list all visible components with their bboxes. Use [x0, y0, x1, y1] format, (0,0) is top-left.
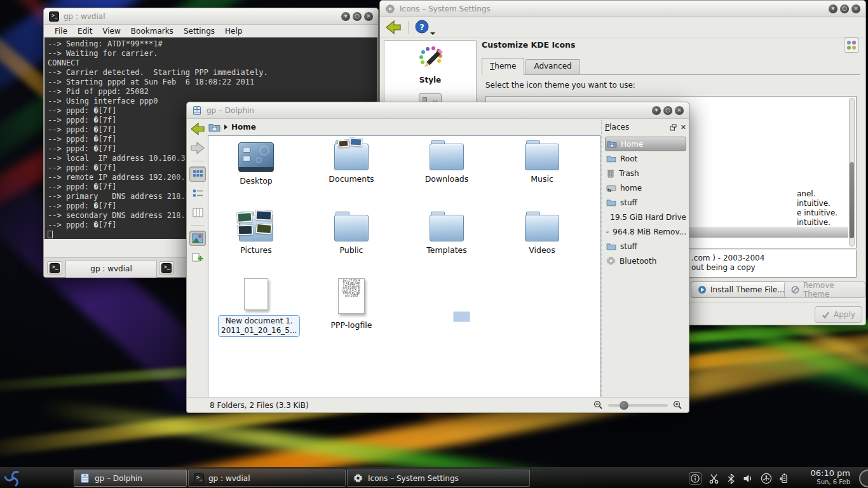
folder-item-public[interactable]: Public — [313, 212, 390, 255]
places-item-hard-drive[interactable]: 19.5 GiB Hard Drive — [605, 210, 686, 224]
zoom-out-icon[interactable] — [593, 400, 603, 410]
places-header: Places — [605, 123, 666, 132]
file-item-new-document[interactable]: New document 1. 2011_01_20_16_5... — [218, 276, 294, 337]
folder-item-downloads[interactable]: Downloads — [409, 141, 485, 184]
task-system-settings[interactable]: Icons – System Settings — [347, 470, 530, 487]
terminal-titlebar[interactable]: >_ gp : wvdial ▾ ○ × — [44, 8, 378, 25]
panel-cashew-icon[interactable] — [859, 470, 868, 487]
preview-icon — [192, 233, 203, 243]
tab-advanced[interactable]: Advanced — [526, 59, 580, 75]
gear-icon — [353, 473, 363, 484]
details-view-button[interactable] — [189, 186, 206, 201]
icons-view-button[interactable] — [189, 166, 206, 182]
places-item-removable[interactable]: 964.8 MiB Remov... — [605, 224, 686, 239]
split-view-button[interactable] — [189, 250, 206, 265]
places-item-trash[interactable]: Trash — [605, 166, 686, 180]
float-panel-icon[interactable] — [670, 124, 677, 131]
info-tray-button[interactable] — [689, 472, 702, 485]
menu-bookmarks[interactable]: Bookmarks — [126, 26, 178, 36]
folder-icon-templates — [430, 215, 464, 241]
close-icon[interactable]: × — [851, 4, 860, 13]
folder-icon — [606, 198, 616, 207]
folder-item-desktop[interactable]: Desktop — [218, 141, 294, 186]
system-settings-titlebar[interactable]: Icons – System Settings ▾ ○ × — [380, 1, 865, 17]
info-icon — [690, 473, 700, 484]
close-icon[interactable]: × — [364, 12, 373, 21]
zoom-slider-handle[interactable] — [620, 401, 628, 410]
places-item-bluetooth[interactable]: Bluetooth — [605, 254, 686, 268]
folder-item-documents[interactable]: Documents — [313, 141, 390, 184]
bluetooth-gear-icon — [606, 256, 616, 266]
task-wvdial[interactable]: >_ gp : wvdial — [188, 470, 346, 487]
menu-view[interactable]: View — [98, 26, 125, 36]
maximize-icon[interactable]: ○ — [663, 106, 672, 115]
terminal-cursor — [48, 231, 53, 238]
folder-icon-public — [334, 215, 369, 241]
forward-button[interactable] — [189, 140, 206, 156]
sidebar-item-style[interactable]: Style — [384, 41, 476, 85]
breadcrumb-home[interactable]: Home — [231, 123, 256, 132]
places-item-stuff-2[interactable]: stuff — [605, 239, 686, 254]
minimize-icon[interactable]: ▾ — [341, 12, 350, 21]
places-item-home[interactable]: Home — [605, 137, 686, 151]
clipboard-scissors-icon[interactable] — [709, 473, 719, 484]
clock[interactable]: 06:10 pm Sun, 6 Feb — [810, 469, 850, 487]
style-icon — [416, 46, 444, 71]
task-dolphin[interactable]: gp – Dolphin — [74, 470, 187, 487]
maximize-icon[interactable]: ○ — [840, 4, 849, 13]
terminal-icon: >_ — [49, 11, 59, 22]
remove-theme-button[interactable]: Remove Theme — [784, 281, 865, 298]
minimize-icon[interactable]: ▾ — [652, 106, 661, 115]
folder-item-videos[interactable]: Videos — [504, 212, 580, 255]
apply-button[interactable]: Apply — [815, 306, 862, 323]
close-icon[interactable]: × — [675, 106, 684, 115]
volume-icon[interactable] — [743, 473, 754, 484]
menu-file[interactable]: File — [50, 26, 72, 36]
file-item-ppp-logfile[interactable]: Jan 17 09:4 7:18 gp-Asp ire-5738 pp pd[1… — [313, 276, 390, 330]
new-tab-button[interactable]: >_ — [47, 261, 62, 274]
places-panel: Places ✕ Home Root — [601, 120, 688, 396]
zoom-in-icon[interactable] — [673, 400, 682, 410]
module-overview-icon[interactable] — [844, 37, 859, 53]
menu-help[interactable]: Help — [220, 26, 247, 36]
folder-icon — [606, 154, 616, 163]
close-panel-icon[interactable]: ✕ — [681, 123, 686, 132]
zoom-slider[interactable] — [608, 404, 668, 407]
dolphin-titlebar[interactable]: gp – Dolphin ▾ ○ × — [187, 102, 689, 119]
back-icon[interactable] — [385, 20, 402, 34]
folder-item-pictures[interactable]: Pictures — [218, 212, 294, 255]
usb-device-icon[interactable] — [761, 473, 772, 484]
columns-view-button[interactable] — [189, 205, 206, 220]
dolphin-title: gp – Dolphin — [207, 106, 254, 115]
battery-icon[interactable] — [779, 473, 789, 484]
minimize-icon[interactable]: ▾ — [829, 4, 837, 13]
tab-theme[interactable]: Theme — [482, 58, 524, 75]
preview-button[interactable] — [189, 231, 206, 246]
folder-icon-videos — [525, 215, 559, 241]
places-item-home-drive[interactable]: home — [605, 180, 686, 195]
places-item-root[interactable]: Root — [605, 151, 686, 166]
scrollbar[interactable] — [849, 98, 855, 247]
bluetooth-icon[interactable] — [726, 473, 736, 484]
maximize-icon[interactable]: ○ — [353, 12, 362, 21]
details-view-icon — [193, 189, 203, 198]
tab-list-button[interactable]: >_ — [159, 261, 174, 274]
menu-edit[interactable]: Edit — [73, 26, 97, 36]
list-text-fragment: e intuitive. — [797, 208, 868, 218]
remove-icon — [791, 285, 799, 294]
scrollbar-thumb[interactable] — [850, 162, 854, 238]
status-text: 8 Folders, 2 Files (3.3 KiB) — [210, 401, 309, 410]
launcher-icon[interactable] — [3, 468, 23, 488]
menu-settings[interactable]: Settings — [179, 26, 219, 36]
dolphin-view[interactable]: Desktop Documents Downloads Music — [208, 135, 600, 398]
folder-item-music[interactable]: Music — [504, 141, 580, 184]
folder-item-templates[interactable]: Templates — [409, 212, 485, 255]
home-folder-icon[interactable] — [208, 122, 220, 132]
dolphin-icon — [192, 105, 202, 116]
back-icon — [190, 123, 205, 135]
help-button[interactable]: ? — [415, 20, 434, 35]
terminal-tab[interactable]: gp : wvdial — [65, 260, 157, 278]
install-theme-button[interactable]: Install Theme File... — [691, 281, 792, 298]
back-button[interactable] — [189, 121, 206, 137]
places-item-stuff[interactable]: stuff — [605, 195, 686, 210]
